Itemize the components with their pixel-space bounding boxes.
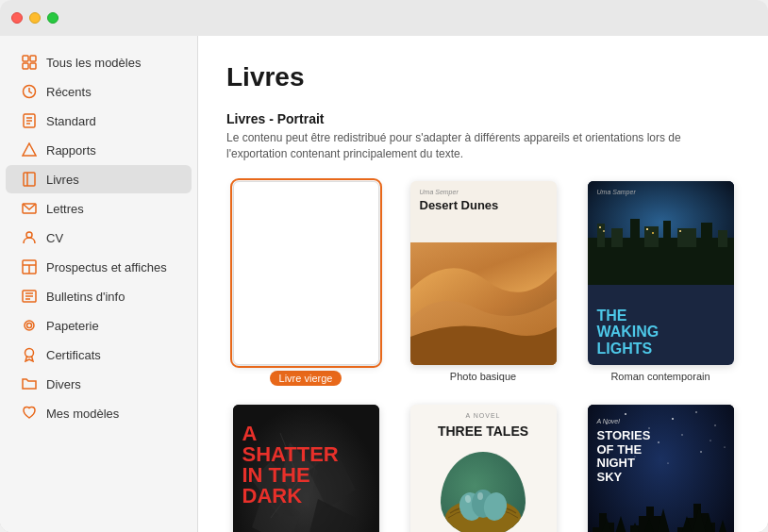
close-button[interactable] xyxy=(11,12,23,24)
svg-point-56 xyxy=(658,441,659,443)
template-card-waking[interactable]: Uma Samper THEWAKINGLIGHTS xyxy=(588,181,734,365)
award-icon xyxy=(21,346,38,363)
template-card-tales[interactable]: A NOVEL THREE TALES xyxy=(410,405,557,532)
template-item-shatter[interactable]: ASHATTERIN THEDARK DAPEL xyxy=(226,405,385,532)
svg-rect-36 xyxy=(646,228,648,230)
desert-image xyxy=(410,242,557,365)
book-icon xyxy=(21,171,38,188)
sidebar-item-lettres[interactable]: Lettres xyxy=(6,194,192,223)
svg-rect-1 xyxy=(30,56,36,61)
paperclip-icon xyxy=(21,317,38,334)
sidebar-label-recents: Récents xyxy=(46,85,92,99)
svg-rect-33 xyxy=(718,230,727,247)
template-card-night[interactable]: A Novel STORIESOF THENIGHTSKY xyxy=(588,405,734,532)
svg-rect-3 xyxy=(30,63,36,69)
sidebar-item-mes-modeles[interactable]: Mes modèles xyxy=(6,399,192,427)
titlebar xyxy=(0,0,768,36)
svg-rect-0 xyxy=(23,56,28,61)
tales-novel-label: A NOVEL xyxy=(466,412,501,419)
night-title: STORIESOF THENIGHTSKY xyxy=(597,429,651,486)
svg-point-22 xyxy=(27,324,32,328)
svg-rect-34 xyxy=(599,226,601,228)
sidebar-item-bulletins[interactable]: Bulletins d'info xyxy=(6,282,192,310)
doc-icon xyxy=(21,112,38,129)
svg-point-21 xyxy=(25,321,34,330)
svg-rect-2 xyxy=(23,63,28,69)
svg-point-62 xyxy=(724,446,725,447)
section-desc: Le contenu peut être redistribué pour s'… xyxy=(226,130,717,162)
svg-point-13 xyxy=(26,232,32,238)
template-label-blank: Livre vierge xyxy=(270,371,342,386)
desert-author: Uma Semper xyxy=(420,189,459,195)
svg-point-23 xyxy=(25,349,34,357)
sidebar-item-prospectus[interactable]: Prospectus et affiches xyxy=(6,253,192,281)
template-item-desert[interactable]: Uma Semper Desert Dunes xyxy=(404,181,562,386)
template-item-blank[interactable]: Livre vierge xyxy=(226,181,385,386)
svg-rect-30 xyxy=(663,221,671,247)
minimize-button[interactable] xyxy=(29,12,41,24)
svg-marker-9 xyxy=(23,143,36,156)
svg-point-50 xyxy=(625,413,626,415)
grid-icon xyxy=(21,54,38,71)
sidebar-label-papeterie: Papeterie xyxy=(46,319,99,333)
desert-title: Desert Dunes xyxy=(420,198,499,212)
sidebar-item-livres[interactable]: Livres xyxy=(6,165,192,193)
template-item-waking[interactable]: Uma Samper THEWAKINGLIGHTS Roman contemp… xyxy=(581,181,740,386)
sidebar-item-certificats[interactable]: Certificats xyxy=(6,341,192,369)
sidebar-label-livres: Livres xyxy=(46,173,79,187)
sidebar-label-standard: Standard xyxy=(46,114,96,128)
svg-point-58 xyxy=(710,440,710,441)
svg-rect-38 xyxy=(679,230,681,232)
sidebar: Tous les modèles Récents Standard Rappor… xyxy=(0,36,198,532)
heart-icon xyxy=(21,405,38,422)
shatter-title: ASHATTERIN THEDARK xyxy=(242,424,339,507)
sidebar-item-rapports[interactable]: Rapports xyxy=(6,136,192,164)
sidebar-item-recents[interactable]: Récents xyxy=(6,77,192,106)
main-area: Tous les modèles Récents Standard Rappor… xyxy=(0,36,768,532)
svg-rect-35 xyxy=(603,230,605,232)
template-card-shatter[interactable]: ASHATTERIN THEDARK DAPEL xyxy=(233,405,379,532)
night-novel-label: A Novel xyxy=(597,418,620,424)
page-title: Livres xyxy=(226,62,740,92)
sidebar-item-tous[interactable]: Tous les modèles xyxy=(6,48,192,76)
svg-point-47 xyxy=(477,492,483,500)
sidebar-item-divers[interactable]: Divers xyxy=(6,370,192,398)
svg-point-54 xyxy=(714,424,715,425)
waking-title: THEWAKINGLIGHTS xyxy=(597,308,659,357)
sidebar-item-standard[interactable]: Standard xyxy=(6,107,192,135)
sidebar-label-mes-modeles: Mes modèles xyxy=(46,407,119,421)
sidebar-label-tous: Tous les modèles xyxy=(46,56,141,70)
sidebar-label-bulletins: Bulletins d'info xyxy=(46,290,125,304)
svg-rect-27 xyxy=(611,228,623,247)
maximize-button[interactable] xyxy=(47,12,58,24)
traffic-lights xyxy=(11,12,58,24)
template-item-tales[interactable]: A NOVEL THREE TALES xyxy=(404,405,562,532)
svg-rect-28 xyxy=(630,219,640,247)
svg-point-57 xyxy=(681,434,682,435)
svg-point-64 xyxy=(667,462,668,463)
waking-author: Uma Samper xyxy=(597,189,636,195)
template-item-night[interactable]: A Novel STORIESOF THENIGHTSKY xyxy=(581,405,740,532)
sidebar-label-rapports: Rapports xyxy=(46,143,96,158)
sidebar-item-papeterie[interactable]: Papeterie xyxy=(6,311,192,340)
sidebar-item-cv[interactable]: CV xyxy=(6,224,192,252)
svg-point-52 xyxy=(672,418,674,420)
chart-icon xyxy=(21,141,38,158)
person-icon xyxy=(21,229,38,246)
svg-rect-37 xyxy=(652,232,654,234)
layout-icon xyxy=(21,258,38,275)
section-title: Livres - Portrait xyxy=(226,111,740,126)
envelope-icon xyxy=(21,200,38,217)
clock-icon xyxy=(21,83,38,100)
svg-rect-32 xyxy=(701,223,712,247)
folder-icon xyxy=(21,375,38,392)
sidebar-label-prospectus: Prospectus et affiches xyxy=(46,260,167,274)
svg-point-61 xyxy=(700,451,702,453)
template-label-desert: Photo basique xyxy=(450,371,516,382)
svg-rect-10 xyxy=(24,173,35,186)
newspaper-icon xyxy=(21,288,38,305)
content-area: Livres Livres - Portrait Le contenu peut… xyxy=(198,36,768,532)
template-card-desert[interactable]: Uma Semper Desert Dunes xyxy=(410,181,557,365)
template-card-blank[interactable] xyxy=(233,181,379,365)
sidebar-label-divers: Divers xyxy=(46,377,81,391)
